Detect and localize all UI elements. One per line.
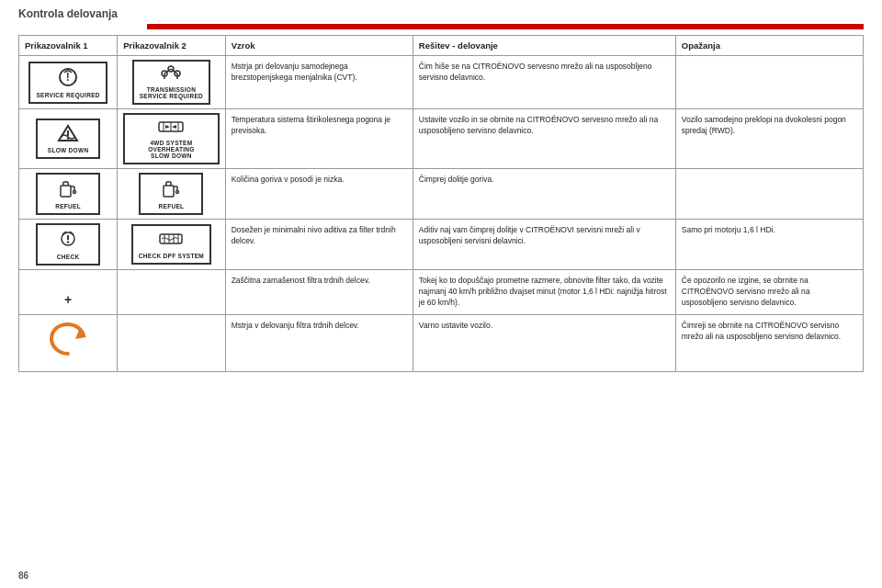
indicator-7-cell: CHECK xyxy=(19,220,118,270)
svg-rect-22 xyxy=(164,186,174,197)
transmission-indicator: TRANSMISSIONSERVICE REQUIRED xyxy=(132,60,210,105)
indicator-8-cell: CHECK DPF SYSTEM xyxy=(118,220,225,270)
table-row: Mstrja v delovanju filtra trdnih delcev.… xyxy=(19,314,864,371)
vzrok-4: Dosežen je minimalni nivo aditiva za fil… xyxy=(225,220,413,270)
slow-down-indicator: SLOW DOWN xyxy=(36,119,100,159)
check-dpf-label: CHECK DPF SYSTEM xyxy=(139,253,204,259)
resitev-5: Tokej ko to dopuščajo prometne razmere, … xyxy=(413,270,675,315)
4wd-indicator: 4WD SYSTEM OVERHEATINGSLOW DOWN xyxy=(123,113,219,164)
indicator-9-cell: + xyxy=(19,270,118,315)
indicator-4-cell: 4WD SYSTEM OVERHEATINGSLOW DOWN xyxy=(118,109,225,169)
col-header-4: Rešitev - delovanje xyxy=(413,36,675,56)
indicator-6-cell: REFUEL xyxy=(118,169,225,220)
refuel-1-icon xyxy=(58,178,78,201)
opazanja-6: Čimreji se obrnite na CITROËNOVO servisn… xyxy=(675,314,863,371)
resitev-6: Varno ustavite vozilo. xyxy=(413,314,675,371)
plus-sign: + xyxy=(25,292,111,307)
opazanja-5: Če opozorilo ne izgine, se obrnite na CI… xyxy=(675,270,863,315)
indicator-11-cell xyxy=(19,314,118,371)
refuel-1-label: REFUEL xyxy=(55,203,81,209)
col-header-2: Prikazovalnik 2 xyxy=(118,36,225,56)
4wd-label: 4WD SYSTEM OVERHEATINGSLOW DOWN xyxy=(130,140,211,159)
refuel-2-icon xyxy=(161,178,181,201)
service-required-indicator: ! SERVICE REQUIRED xyxy=(28,62,107,104)
main-table-container: Prikazovalnik 1 Prikazovalnik 2 Vzrok Re… xyxy=(18,35,864,372)
resitev-1: Čim hiše se na CITROËNOVO servesno mrežo… xyxy=(413,56,675,109)
control-table: Prikazovalnik 1 Prikazovalnik 2 Vzrok Re… xyxy=(18,35,864,372)
check-dpf-indicator: CHECK DPF SYSTEM xyxy=(131,224,211,265)
header-bar xyxy=(147,24,864,29)
service-required-label: SERVICE REQUIRED xyxy=(36,92,99,98)
4wd-icon xyxy=(158,119,184,138)
svg-rect-15 xyxy=(61,186,71,197)
transmission-label: TRANSMISSIONSERVICE REQUIRED xyxy=(140,86,203,99)
indicator-12-cell xyxy=(118,314,225,371)
vzrok-1: Mstrja pri delovanju samodejnega brezsto… xyxy=(225,56,413,109)
check-icon xyxy=(57,229,79,252)
col-header-1: Prikazovalnik 1 xyxy=(19,36,118,56)
indicator-3-cell: SLOW DOWN xyxy=(19,109,118,169)
svg-point-21 xyxy=(74,191,76,194)
check-label: CHECK xyxy=(57,254,80,260)
resitev-3: Čimprej dolitje goriva. xyxy=(413,169,675,220)
refuel-2-indicator: REFUEL xyxy=(139,173,203,215)
opazanja-1 xyxy=(675,56,863,109)
col-header-3: Vzrok xyxy=(225,36,413,56)
slow-down-icon xyxy=(57,124,79,145)
table-row: ! SERVICE REQUIRED xyxy=(19,56,864,109)
indicator-5-cell: REFUEL xyxy=(19,169,118,220)
svg-point-28 xyxy=(176,191,179,194)
refuel-2-label: REFUEL xyxy=(159,203,185,209)
table-row: CHECK xyxy=(19,220,864,270)
page-title: Kontrola delovanja xyxy=(18,7,864,20)
table-row: + Zaščitna zamašenost filtra trdnih delc… xyxy=(19,270,864,315)
col-header-5: Opažanja xyxy=(675,36,863,56)
indicator-10-cell xyxy=(118,270,225,315)
vzrok-6: Mstrja v delovanju filtra trdnih delcev. xyxy=(225,314,413,371)
opazanja-3 xyxy=(675,169,863,220)
svg-point-33 xyxy=(67,241,69,243)
svg-text:!: ! xyxy=(66,71,71,84)
resitev-4: Aditiv naj vam čimprej dolitje v CITROËN… xyxy=(413,220,675,270)
vzrok-2: Temperatura sistema štirikolesnega pogon… xyxy=(225,109,413,169)
vzrok-5: Zaščitna zamašenost filtra trdnih delcev… xyxy=(225,270,413,315)
vzrok-3: Količina goriva v posodi je nizka. xyxy=(225,169,413,220)
indicator-1-cell: ! SERVICE REQUIRED xyxy=(19,56,118,109)
transmission-icon xyxy=(161,65,181,85)
table-row: SLOW DOWN xyxy=(19,109,864,169)
check-dpf-icon xyxy=(158,230,184,251)
slow-down-label: SLOW DOWN xyxy=(48,147,89,153)
orange-arrow-icon xyxy=(25,319,111,368)
opazanja-4: Samo pri motorju 1,6 l HDi. xyxy=(675,220,863,270)
refuel-1-indicator: REFUEL xyxy=(36,173,100,215)
check-indicator: CHECK xyxy=(36,223,100,266)
opazanja-2: Vozilo samodejno preklopi na dvokolesni … xyxy=(675,109,863,169)
page-number: 86 xyxy=(18,571,28,581)
service-required-icon: ! xyxy=(58,67,78,90)
table-row: REFUEL xyxy=(19,169,864,220)
resitev-2: Ustavite vozilo in se obrnite na CITROËN… xyxy=(413,109,675,169)
indicator-2-cell: TRANSMISSIONSERVICE REQUIRED xyxy=(118,56,225,109)
